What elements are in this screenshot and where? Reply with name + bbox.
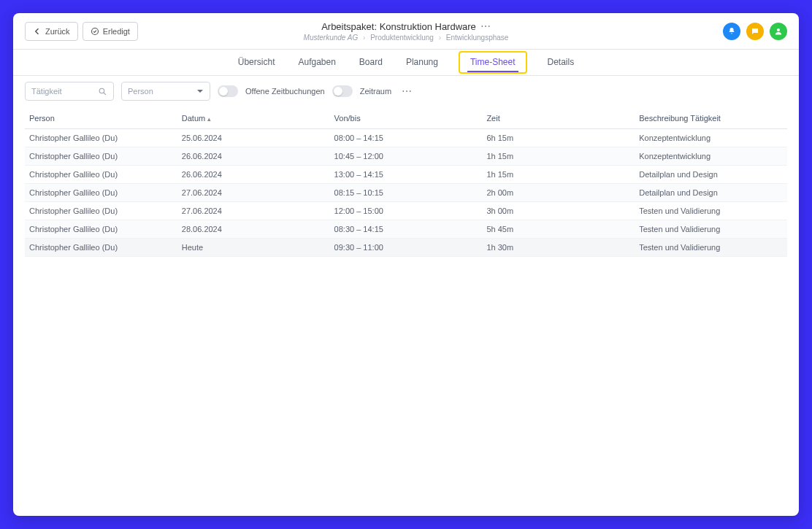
tab-planning[interactable]: Planung <box>403 50 441 75</box>
person-select-placeholder: Person <box>128 87 153 96</box>
toggle-open-bookings-label: Offene Zeitbuchungen <box>245 87 325 96</box>
cell-range: 08:00 – 14:15 <box>330 129 483 147</box>
cell-desc: Testen und Validierung <box>635 220 787 239</box>
cell-person: Christopher Gallileo (Du) <box>25 202 177 220</box>
svg-point-1 <box>777 28 780 31</box>
chevron-right-icon: › <box>363 34 365 42</box>
tabs: Übersicht Aufgaben Board Planung Time-Sh… <box>13 50 799 76</box>
cell-date: 27.06.2024 <box>177 184 330 202</box>
col-header-range[interactable]: Von/bis <box>330 107 483 129</box>
page-title: Arbeitspaket: Konstruktion Hardware <box>321 21 476 32</box>
topbar-right <box>723 23 787 40</box>
cell-time: 5h 45m <box>482 220 635 239</box>
cell-time: 1h 15m <box>482 166 635 184</box>
filter-more-icon[interactable]: ⋯ <box>399 85 415 97</box>
activity-search-input[interactable] <box>31 87 90 96</box>
breadcrumb-customer[interactable]: Musterkunde AG <box>304 34 359 42</box>
cell-date: 26.06.2024 <box>177 166 330 184</box>
toggle-period-label: Zeitraum <box>360 87 391 96</box>
chevron-down-icon <box>196 88 204 95</box>
toggle-period[interactable] <box>332 85 353 97</box>
help-button[interactable] <box>746 23 764 40</box>
cell-desc: Testen und Validierung <box>635 239 787 257</box>
tab-tasks[interactable]: Aufgaben <box>295 50 338 75</box>
table-row[interactable]: Christopher Gallileo (Du)25.06.202408:00… <box>25 129 787 147</box>
breadcrumb-phase[interactable]: Entwicklungsphase <box>446 34 509 42</box>
check-circle-icon <box>91 27 99 36</box>
svg-point-2 <box>99 88 104 93</box>
title-more-icon[interactable]: ⋯ <box>480 21 491 31</box>
cell-time: 3h 00m <box>482 202 635 220</box>
col-header-person[interactable]: Person <box>25 107 177 129</box>
svg-line-3 <box>104 93 106 95</box>
back-button[interactable]: Zurück <box>25 22 78 41</box>
bell-icon <box>727 27 736 36</box>
table-row[interactable]: Christopher Gallileo (Du)28.06.202408:30… <box>25 220 787 239</box>
cell-time: 6h 15m <box>482 129 635 147</box>
table-row[interactable]: Christopher Gallileo (Du)27.06.202408:15… <box>25 184 787 202</box>
topbar-actions: Zurück Erledigt <box>25 22 138 41</box>
cell-person: Christopher Gallileo (Du) <box>25 220 177 239</box>
filter-bar: Person Offene Zeitbuchungen Zeitraum ⋯ <box>13 76 799 107</box>
table-row[interactable]: Christopher Gallileo (Du)Heute09:30 – 11… <box>25 239 787 257</box>
cell-time: 1h 15m <box>482 147 635 166</box>
tab-board[interactable]: Board <box>356 50 386 75</box>
avatar-button[interactable] <box>770 23 787 40</box>
cell-person: Christopher Gallileo (Du) <box>25 184 177 202</box>
cell-range: 13:00 – 14:15 <box>330 166 483 184</box>
done-button-label: Erledigt <box>103 27 130 36</box>
tab-timesheet[interactable]: Time-Sheet <box>467 53 518 72</box>
cell-desc: Konzeptentwicklung <box>635 129 787 147</box>
timesheet-table: Person Datum Von/bis Zeit Beschreibung T… <box>25 107 787 257</box>
cell-time: 2h 00m <box>482 184 635 202</box>
cell-person: Christopher Gallileo (Du) <box>25 147 177 166</box>
cell-desc: Detailplan und Design <box>635 166 787 184</box>
table-row[interactable]: Christopher Gallileo (Du)26.06.202410:45… <box>25 147 787 166</box>
cell-person: Christopher Gallileo (Du) <box>25 239 177 257</box>
breadcrumb-project[interactable]: Produktentwicklung <box>370 34 434 42</box>
notifications-button[interactable] <box>723 23 740 40</box>
cell-person: Christopher Gallileo (Du) <box>25 129 177 147</box>
col-header-time[interactable]: Zeit <box>482 107 635 129</box>
tab-details[interactable]: Details <box>545 50 578 75</box>
breadcrumb: Musterkunde AG › Produktentwicklung › En… <box>304 34 509 42</box>
timesheet-table-wrap: Person Datum Von/bis Zeit Beschreibung T… <box>13 107 799 516</box>
person-select[interactable]: Person <box>121 82 210 101</box>
table-row[interactable]: Christopher Gallileo (Du)26.06.202413:00… <box>25 166 787 184</box>
search-icon <box>98 87 107 96</box>
cell-desc: Detailplan und Design <box>635 184 787 202</box>
cell-range: 08:15 – 10:15 <box>330 184 483 202</box>
app-window: Zurück Erledigt Arbeitspaket: Konstrukti… <box>13 13 799 516</box>
cell-date: 25.06.2024 <box>177 129 330 147</box>
cell-range: 12:00 – 15:00 <box>330 202 483 220</box>
back-button-label: Zurück <box>45 27 70 36</box>
cell-person: Christopher Gallileo (Du) <box>25 166 177 184</box>
cell-desc: Konzeptentwicklung <box>635 147 787 166</box>
table-row[interactable]: Christopher Gallileo (Du)27.06.202412:00… <box>25 202 787 220</box>
cell-date: Heute <box>177 239 330 257</box>
cell-desc: Testen und Validierung <box>635 202 787 220</box>
activity-search[interactable] <box>25 82 114 101</box>
cell-range: 08:30 – 14:15 <box>330 220 483 239</box>
cell-date: 28.06.2024 <box>177 220 330 239</box>
col-header-date[interactable]: Datum <box>177 107 330 129</box>
tab-overview[interactable]: Übersicht <box>235 50 278 75</box>
cell-range: 10:45 – 12:00 <box>330 147 483 166</box>
cell-range: 09:30 – 11:00 <box>330 239 483 257</box>
cell-time: 1h 30m <box>482 239 635 257</box>
chevron-right-icon: › <box>439 34 441 42</box>
tab-timesheet-highlight: Time-Sheet <box>459 51 527 74</box>
col-header-desc[interactable]: Beschreibung Tätigkeit <box>635 107 787 129</box>
table-header-row: Person Datum Von/bis Zeit Beschreibung T… <box>25 107 787 129</box>
cell-date: 27.06.2024 <box>177 202 330 220</box>
arrow-left-icon <box>33 27 42 36</box>
toggle-open-bookings[interactable] <box>218 85 238 97</box>
chat-icon <box>751 27 759 36</box>
user-icon <box>774 27 783 36</box>
header-center: Arbeitspaket: Konstruktion Hardware ⋯ Mu… <box>304 21 509 42</box>
cell-date: 26.06.2024 <box>177 147 330 166</box>
topbar: Zurück Erledigt Arbeitspaket: Konstrukti… <box>13 13 799 50</box>
done-button[interactable]: Erledigt <box>83 22 138 41</box>
